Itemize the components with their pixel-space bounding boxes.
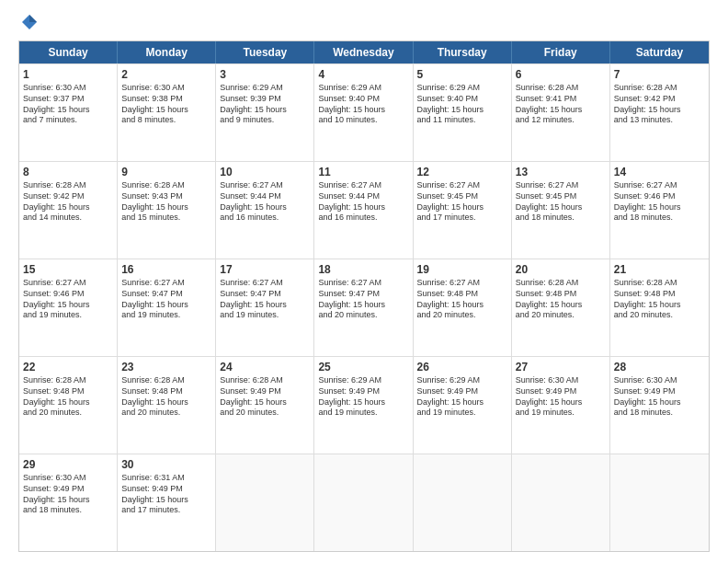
- day-number: 29: [23, 457, 113, 472]
- cal-cell-28: 28Sunrise: 6:30 AMSunset: 9:49 PMDayligh…: [610, 357, 709, 454]
- calendar-body: 1Sunrise: 6:30 AMSunset: 9:37 PMDaylight…: [19, 63, 709, 551]
- day-number: 9: [121, 165, 211, 179]
- calendar-row-4: 22Sunrise: 6:28 AMSunset: 9:48 PMDayligh…: [19, 356, 709, 454]
- day-number: 10: [220, 165, 310, 179]
- cal-cell-21: 21Sunrise: 6:28 AMSunset: 9:48 PMDayligh…: [610, 259, 709, 356]
- header-cell-thursday: Thursday: [414, 41, 512, 63]
- calendar-row-2: 8Sunrise: 6:28 AMSunset: 9:42 PMDaylight…: [19, 161, 709, 259]
- calendar-row-3: 15Sunrise: 6:27 AMSunset: 9:46 PMDayligh…: [19, 259, 709, 356]
- cal-cell-1: 1Sunrise: 6:30 AMSunset: 9:37 PMDaylight…: [19, 64, 118, 161]
- header-cell-wednesday: Wednesday: [314, 41, 413, 63]
- day-number: 3: [220, 67, 310, 82]
- day-info: Sunrise: 6:28 AMSunset: 9:42 PMDaylight:…: [614, 83, 705, 126]
- cal-cell-25: 25Sunrise: 6:29 AMSunset: 9:49 PMDayligh…: [314, 357, 413, 454]
- day-number: 17: [220, 262, 310, 277]
- cal-cell-27: 27Sunrise: 6:30 AMSunset: 9:49 PMDayligh…: [512, 357, 610, 454]
- day-number: 16: [121, 262, 211, 277]
- day-info: Sunrise: 6:31 AMSunset: 9:49 PMDaylight:…: [121, 473, 211, 516]
- cal-cell-24: 24Sunrise: 6:28 AMSunset: 9:49 PMDayligh…: [216, 357, 314, 454]
- header: [18, 15, 710, 31]
- calendar-row-5: 29Sunrise: 6:30 AMSunset: 9:49 PMDayligh…: [19, 454, 709, 551]
- day-info: Sunrise: 6:27 AMSunset: 9:44 PMDaylight:…: [318, 180, 408, 224]
- cal-cell-13: 13Sunrise: 6:27 AMSunset: 9:45 PMDayligh…: [512, 162, 610, 259]
- day-number: 7: [614, 67, 705, 82]
- day-number: 8: [23, 165, 113, 179]
- cal-cell-10: 10Sunrise: 6:27 AMSunset: 9:44 PMDayligh…: [216, 162, 314, 259]
- page: SundayMondayTuesdayWednesdayThursdayFrid…: [0, 0, 728, 563]
- cal-cell-16: 16Sunrise: 6:27 AMSunset: 9:47 PMDayligh…: [118, 259, 216, 356]
- cal-cell-7: 7Sunrise: 6:28 AMSunset: 9:42 PMDaylight…: [610, 64, 709, 161]
- day-number: 19: [417, 262, 507, 277]
- logo-icon: [20, 13, 39, 31]
- day-info: Sunrise: 6:27 AMSunset: 9:45 PMDaylight:…: [516, 180, 606, 224]
- day-info: Sunrise: 6:29 AMSunset: 9:39 PMDaylight:…: [220, 83, 310, 126]
- cal-cell-22: 22Sunrise: 6:28 AMSunset: 9:48 PMDayligh…: [19, 357, 118, 454]
- day-info: Sunrise: 6:30 AMSunset: 9:49 PMDaylight:…: [23, 473, 113, 516]
- day-number: 11: [318, 165, 408, 179]
- day-number: 26: [417, 360, 507, 374]
- cal-cell-19: 19Sunrise: 6:27 AMSunset: 9:48 PMDayligh…: [414, 259, 512, 356]
- day-number: 1: [23, 67, 113, 82]
- day-number: 18: [318, 262, 408, 277]
- cal-cell-2: 2Sunrise: 6:30 AMSunset: 9:38 PMDaylight…: [118, 64, 216, 161]
- day-number: 14: [614, 165, 705, 179]
- header-cell-monday: Monday: [118, 41, 216, 63]
- day-info: Sunrise: 6:29 AMSunset: 9:49 PMDaylight:…: [417, 375, 507, 419]
- day-info: Sunrise: 6:27 AMSunset: 9:47 PMDaylight:…: [121, 278, 211, 321]
- cal-cell-4: 4Sunrise: 6:29 AMSunset: 9:40 PMDaylight…: [314, 64, 413, 161]
- day-info: Sunrise: 6:28 AMSunset: 9:48 PMDaylight:…: [121, 375, 211, 419]
- cal-cell-5: 5Sunrise: 6:29 AMSunset: 9:40 PMDaylight…: [414, 64, 512, 161]
- day-number: 15: [23, 262, 113, 277]
- cal-cell-8: 8Sunrise: 6:28 AMSunset: 9:42 PMDaylight…: [19, 162, 118, 259]
- day-number: 13: [516, 165, 606, 179]
- day-number: 24: [220, 360, 310, 374]
- header-cell-sunday: Sunday: [19, 41, 118, 63]
- cal-cell-empty: [314, 454, 413, 551]
- day-info: Sunrise: 6:30 AMSunset: 9:49 PMDaylight:…: [516, 375, 606, 419]
- day-number: 30: [121, 457, 211, 472]
- header-cell-tuesday: Tuesday: [216, 41, 314, 63]
- day-info: Sunrise: 6:30 AMSunset: 9:49 PMDaylight:…: [614, 375, 705, 419]
- day-number: 6: [516, 67, 606, 82]
- day-info: Sunrise: 6:27 AMSunset: 9:44 PMDaylight:…: [220, 180, 310, 224]
- day-number: 25: [318, 360, 408, 374]
- calendar: SundayMondayTuesdayWednesdayThursdayFrid…: [18, 40, 710, 552]
- cal-cell-14: 14Sunrise: 6:27 AMSunset: 9:46 PMDayligh…: [610, 162, 709, 259]
- calendar-header: SundayMondayTuesdayWednesdayThursdayFrid…: [19, 41, 709, 63]
- svg-marker-1: [29, 15, 37, 22]
- day-info: Sunrise: 6:29 AMSunset: 9:40 PMDaylight:…: [417, 83, 507, 126]
- cal-cell-29: 29Sunrise: 6:30 AMSunset: 9:49 PMDayligh…: [19, 454, 118, 551]
- cal-cell-23: 23Sunrise: 6:28 AMSunset: 9:48 PMDayligh…: [118, 357, 216, 454]
- day-number: 2: [121, 67, 211, 82]
- logo: [18, 15, 39, 31]
- cal-cell-6: 6Sunrise: 6:28 AMSunset: 9:41 PMDaylight…: [512, 64, 610, 161]
- day-number: 5: [417, 67, 507, 82]
- day-number: 27: [516, 360, 606, 374]
- day-number: 23: [121, 360, 211, 374]
- day-info: Sunrise: 6:28 AMSunset: 9:48 PMDaylight:…: [516, 278, 606, 321]
- cal-cell-empty: [414, 454, 512, 551]
- cal-cell-18: 18Sunrise: 6:27 AMSunset: 9:47 PMDayligh…: [314, 259, 413, 356]
- cal-cell-20: 20Sunrise: 6:28 AMSunset: 9:48 PMDayligh…: [512, 259, 610, 356]
- day-info: Sunrise: 6:27 AMSunset: 9:46 PMDaylight:…: [23, 278, 113, 321]
- day-info: Sunrise: 6:27 AMSunset: 9:47 PMDaylight:…: [220, 278, 310, 321]
- day-info: Sunrise: 6:28 AMSunset: 9:41 PMDaylight:…: [516, 83, 606, 126]
- cal-cell-30: 30Sunrise: 6:31 AMSunset: 9:49 PMDayligh…: [118, 454, 216, 551]
- day-number: 28: [614, 360, 705, 374]
- day-info: Sunrise: 6:27 AMSunset: 9:45 PMDaylight:…: [417, 180, 507, 224]
- day-info: Sunrise: 6:30 AMSunset: 9:38 PMDaylight:…: [121, 83, 211, 126]
- day-info: Sunrise: 6:30 AMSunset: 9:37 PMDaylight:…: [23, 83, 113, 126]
- day-info: Sunrise: 6:28 AMSunset: 9:48 PMDaylight:…: [23, 375, 113, 419]
- cal-cell-9: 9Sunrise: 6:28 AMSunset: 9:43 PMDaylight…: [118, 162, 216, 259]
- day-info: Sunrise: 6:28 AMSunset: 9:49 PMDaylight:…: [220, 375, 310, 419]
- day-info: Sunrise: 6:28 AMSunset: 9:43 PMDaylight:…: [121, 180, 211, 224]
- day-number: 12: [417, 165, 507, 179]
- day-info: Sunrise: 6:29 AMSunset: 9:49 PMDaylight:…: [318, 375, 408, 419]
- day-number: 20: [516, 262, 606, 277]
- cal-cell-15: 15Sunrise: 6:27 AMSunset: 9:46 PMDayligh…: [19, 259, 118, 356]
- day-info: Sunrise: 6:28 AMSunset: 9:42 PMDaylight:…: [23, 180, 113, 224]
- day-number: 4: [318, 67, 408, 82]
- day-info: Sunrise: 6:27 AMSunset: 9:48 PMDaylight:…: [417, 278, 507, 321]
- header-cell-saturday: Saturday: [610, 41, 709, 63]
- day-info: Sunrise: 6:27 AMSunset: 9:47 PMDaylight:…: [318, 278, 408, 321]
